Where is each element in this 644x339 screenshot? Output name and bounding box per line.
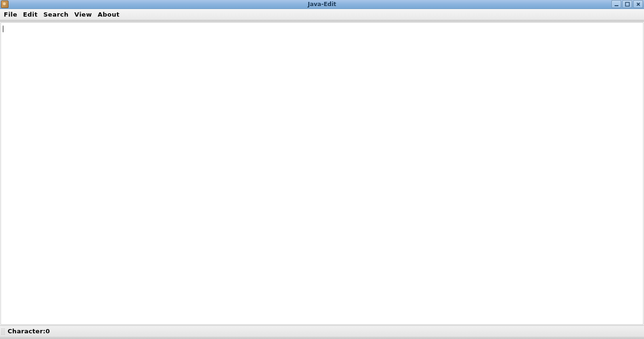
menu-edit[interactable]: Edit xyxy=(20,9,41,19)
toolbar-separator xyxy=(0,20,644,22)
menubar: File Edit Search View About xyxy=(0,9,644,20)
text-cursor xyxy=(3,26,3,32)
close-icon xyxy=(636,2,641,7)
text-editor[interactable] xyxy=(1,23,643,324)
minimize-button[interactable] xyxy=(611,0,621,8)
menu-about[interactable]: About xyxy=(95,9,122,19)
svg-rect-1 xyxy=(626,2,629,6)
bottom-border xyxy=(0,337,644,339)
window-controls xyxy=(611,0,644,9)
editor-container xyxy=(0,22,644,325)
character-label: Character: xyxy=(8,328,46,335)
app-icon xyxy=(1,0,9,8)
statusbar-grip-icon xyxy=(1,328,6,335)
menu-view[interactable]: View xyxy=(72,9,95,19)
window-title: Java-Edit xyxy=(308,1,336,8)
character-count-label: Character:0 xyxy=(8,328,50,335)
close-button[interactable] xyxy=(633,0,643,8)
svg-rect-0 xyxy=(615,5,618,6)
menu-file[interactable]: File xyxy=(1,9,20,19)
character-count-value: 0 xyxy=(46,328,50,335)
statusbar: Character:0 xyxy=(0,325,644,337)
maximize-button[interactable] xyxy=(622,0,632,8)
titlebar: Java-Edit xyxy=(0,0,644,9)
menu-search[interactable]: Search xyxy=(40,9,71,19)
minimize-icon xyxy=(614,2,619,7)
maximize-icon xyxy=(625,2,630,7)
